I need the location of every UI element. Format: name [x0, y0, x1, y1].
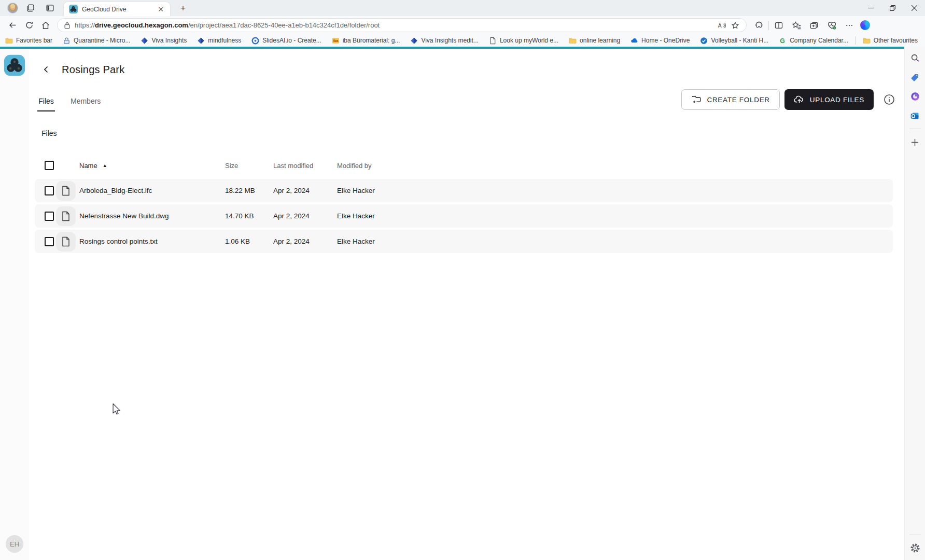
read-aloud-icon[interactable]: A [715, 19, 728, 32]
files-section-label: Files [41, 129, 904, 137]
bookmark-label: online learning [580, 37, 620, 44]
bookmark-home-onedrive[interactable]: Home - OneDrive [630, 37, 690, 45]
diamond-icon [141, 37, 148, 45]
file-last-modified: Apr 2, 2024 [273, 187, 337, 194]
sidebar-divider [909, 129, 921, 129]
bookmark-company-calendar[interactable]: G Company Calendar... [779, 37, 848, 45]
file-size: 18.22 MB [225, 187, 273, 194]
settings-more-icon[interactable] [840, 18, 858, 33]
toolbar-right-icons [750, 18, 872, 33]
file-row[interactable]: Rosings control points.txt 1.06 KB Apr 2… [35, 230, 893, 253]
add-sidebar-icon[interactable] [908, 135, 922, 149]
folder-icon [569, 37, 577, 45]
search-icon[interactable] [908, 51, 922, 65]
bookmark-label: Viva Insights [151, 37, 187, 44]
bookmark-slidesai-io-create[interactable]: SlidesAI.io - Create... [251, 37, 321, 45]
file-row[interactable]: Nefenstrasse New Build.dwg 14.70 KB Apr … [35, 204, 893, 228]
svg-text:G: G [780, 37, 785, 44]
row-checkbox[interactable] [45, 186, 54, 195]
browser-window: GeoCloud Drive ✕ + [0, 0, 925, 560]
bookmarks-bar: Favorites bar Quarantine - Micro... Viva… [0, 34, 925, 47]
cloud-icon [630, 37, 638, 45]
sort-ascending-icon[interactable]: ▲ [103, 163, 107, 168]
file-last-modified: Apr 2, 2024 [273, 237, 337, 245]
bookmark-viva-insights-medit[interactable]: Viva Insights medit... [410, 37, 479, 45]
check-circle-icon [700, 37, 708, 45]
split-screen-icon[interactable] [770, 18, 788, 33]
workspaces-icon[interactable] [22, 2, 38, 15]
geocloud-logo[interactable] [3, 54, 26, 77]
info-icon[interactable] [882, 93, 895, 106]
browser-tab-geocloud-drive[interactable]: GeoCloud Drive ✕ [64, 2, 170, 16]
user-avatar[interactable]: EH [6, 535, 23, 553]
file-name: Arboleda_Bldg-Elect.ifc [79, 187, 225, 194]
browser-toolbar: https://drive.geocloud.hexagon.com/en/pr… [0, 16, 925, 34]
refresh-icon[interactable] [21, 18, 37, 33]
shopping-icon[interactable] [908, 70, 922, 85]
upload-files-button[interactable]: UPLOAD FILES [784, 89, 874, 110]
back-button[interactable] [39, 62, 53, 77]
restore-button[interactable] [881, 0, 903, 16]
row-checkbox[interactable] [45, 212, 54, 221]
file-modified-by: Elke Hacker [337, 237, 375, 245]
browser-essentials-icon[interactable] [823, 18, 840, 33]
extensions-icon[interactable] [750, 18, 767, 33]
column-size[interactable]: Size [225, 162, 273, 170]
file-row[interactable]: Arboleda_Bldg-Elect.ifc 18.22 MB Apr 2, … [35, 179, 893, 202]
new-tab-button[interactable]: + [176, 3, 190, 13]
file-size: 1.06 KB [225, 237, 273, 245]
collections-icon[interactable] [805, 18, 823, 33]
bookmark-look-up-myworld-e[interactable]: Look up myWorld e... [489, 37, 558, 45]
browser-tab-strip: GeoCloud Drive ✕ + [0, 0, 925, 16]
bookmark-label: Quarantine - Micro... [74, 37, 130, 44]
home-icon[interactable] [37, 18, 54, 33]
other-favourites-button[interactable]: Other favourites [863, 37, 918, 45]
folder-icon [5, 37, 13, 45]
tab-members[interactable]: Members [69, 93, 102, 111]
page-title: Rosings Park [62, 64, 124, 76]
copilot-icon[interactable] [908, 89, 922, 104]
select-all-checkbox[interactable] [45, 161, 54, 170]
browser-profile-avatar[interactable] [7, 3, 18, 13]
file-modified-by: Elke Hacker [337, 187, 375, 194]
favorite-star-icon[interactable] [728, 19, 742, 32]
bookmark-viva-insights[interactable]: Viva Insights [141, 37, 187, 45]
tab-files[interactable]: Files [37, 93, 55, 111]
copilot-icon[interactable] [860, 20, 870, 30]
bookmark-favorites-bar[interactable]: Favorites bar [5, 37, 52, 45]
sidebar-bottom-divider [909, 535, 921, 535]
diamond-icon [410, 37, 418, 45]
window-controls [860, 0, 925, 16]
favorites-hub-icon[interactable] [788, 18, 805, 33]
outlook-icon[interactable] [908, 108, 922, 123]
column-last-modified[interactable]: Last modified [273, 162, 337, 170]
tab-title: GeoCloud Drive [82, 6, 156, 13]
create-folder-button[interactable]: CREATE FOLDER [681, 89, 779, 110]
bookmark-label: Viva Insights medit... [421, 37, 479, 44]
bookmark-quarantine-micro[interactable]: Quarantine - Micro... [63, 37, 130, 45]
file-type-icon [56, 232, 76, 251]
bookmark-online-learning[interactable]: online learning [569, 37, 620, 45]
bookmark-mindfulness[interactable]: mindfulness [197, 37, 241, 45]
file-table-header: Name ▲ Size Last modified Modified by [35, 160, 904, 171]
row-checkbox[interactable] [45, 237, 54, 246]
back-icon[interactable] [4, 18, 21, 33]
settings-gear-icon[interactable] [908, 541, 922, 555]
app-sidebar: EH [0, 49, 29, 560]
bookmarks-list: Favorites bar Quarantine - Micro... Viva… [5, 37, 855, 45]
toolbar-separator [768, 21, 769, 30]
column-modified-by[interactable]: Modified by [337, 162, 371, 170]
column-name[interactable]: Name [79, 162, 97, 170]
tab-close-icon[interactable]: ✕ [156, 5, 166, 13]
close-button[interactable] [903, 0, 925, 16]
bookmark-label: Volleyball - Kanti H... [711, 37, 768, 44]
tab-actions-icon[interactable] [42, 2, 58, 15]
address-bar[interactable]: https://drive.geocloud.hexagon.com/en/pr… [57, 18, 747, 32]
minimize-button[interactable] [860, 0, 881, 16]
url-text: https://drive.geocloud.hexagon.com/en/pr… [75, 21, 715, 29]
file-type-icon [56, 206, 76, 226]
bookmark-volleyball-kanti-h[interactable]: Volleyball - Kanti H... [700, 37, 768, 45]
file-name: Rosings control points.txt [79, 237, 225, 245]
bookmark-iba-b-romaterial-g[interactable]: iba iba Büromaterial: g... [332, 37, 400, 45]
file-modified-by: Elke Hacker [337, 212, 375, 220]
